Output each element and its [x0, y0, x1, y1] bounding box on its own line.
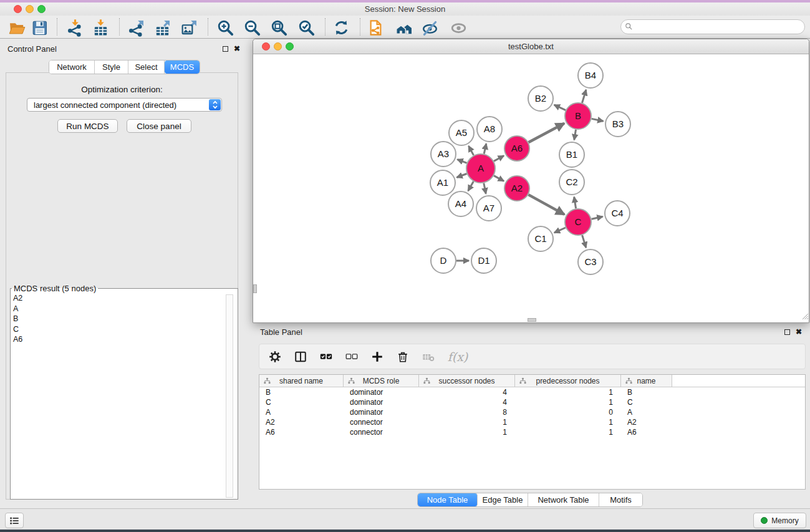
graph-node-B3[interactable]: B3 [605, 112, 630, 137]
graph-node-A8[interactable]: A8 [477, 117, 502, 142]
zoom-out-button[interactable] [241, 17, 263, 38]
table-row[interactable]: A6connector11A6 [259, 427, 805, 437]
tab-select[interactable]: Select [128, 60, 165, 74]
window-resize-grip[interactable] [801, 311, 808, 322]
column-header-predecessor-nodes[interactable]: predecessor nodes [515, 375, 621, 387]
graph-edge-B-B2[interactable] [554, 105, 566, 110]
graph-node-C4[interactable]: C4 [605, 201, 630, 226]
mcds-result-scrollbar[interactable] [226, 294, 233, 498]
graph-edge-A-A3[interactable] [457, 160, 466, 163]
graph-node-A3[interactable]: A3 [431, 142, 456, 167]
graph-edge-A-A1[interactable] [457, 174, 467, 178]
network-window-titlebar[interactable]: testGlobe.txt [253, 39, 809, 54]
mcds-result-item[interactable]: A2 [13, 293, 22, 304]
graph-edge-B-B1[interactable] [574, 130, 576, 140]
graph-edge-C-C1[interactable] [554, 228, 566, 233]
graph-edge-C-C2[interactable] [574, 197, 576, 209]
export-network-button[interactable] [125, 17, 147, 38]
select-all-button[interactable] [319, 349, 334, 364]
tab-node-table[interactable]: Node Table [418, 493, 478, 506]
tab-edge-table[interactable]: Edge Table [478, 493, 528, 506]
delete-rows-button[interactable] [395, 349, 410, 364]
network-vertical-scrollbar[interactable] [253, 284, 257, 293]
control-panel-float-icon[interactable] [223, 46, 228, 52]
delete-table-button[interactable] [421, 349, 436, 364]
zoom-in-button[interactable] [215, 17, 236, 38]
tab-motifs[interactable]: Motifs [599, 493, 642, 506]
graph-node-A[interactable]: A [466, 154, 495, 183]
table-row[interactable]: A2connector11A2 [259, 417, 805, 427]
mcds-result-item[interactable]: A6 [13, 334, 22, 345]
graph-node-B[interactable]: B [565, 103, 591, 129]
graph-edge-A2-C[interactable] [528, 195, 564, 215]
graph-node-A1[interactable]: A1 [430, 170, 455, 195]
graph-node-A5[interactable]: A5 [449, 120, 474, 145]
graph-node-C1[interactable]: C1 [528, 226, 553, 251]
column-header-successor-nodes[interactable]: successor nodes [419, 375, 515, 387]
function-builder-button[interactable]: f(x) [446, 349, 469, 364]
home-views-button[interactable] [393, 17, 415, 38]
tab-network-table[interactable]: Network Table [528, 493, 599, 506]
table-row[interactable]: Cdominator41C [259, 397, 805, 407]
graph-node-D1[interactable]: D1 [471, 248, 496, 273]
graph-edge-A-A4[interactable] [468, 181, 474, 191]
graph-node-B2[interactable]: B2 [528, 86, 553, 111]
graph-edge-C-C4[interactable] [592, 216, 603, 219]
network-canvas[interactable]: AA1A2A3A4A5A6A7A8BB1B2B3B4CC1C2C3C4DD1 [253, 55, 809, 322]
run-mcds-button[interactable]: Run MCDS [57, 119, 118, 133]
column-header-MCDS-role[interactable]: MCDS role [344, 375, 419, 387]
hide-details-button[interactable] [419, 17, 440, 38]
panel-columns-button[interactable] [293, 349, 308, 364]
mcds-result-item[interactable]: A [13, 304, 22, 314]
graph-edge-A6-B[interactable] [529, 123, 564, 143]
tab-style[interactable]: Style [95, 60, 128, 74]
table-panel-close-icon[interactable]: ✖ [796, 329, 802, 335]
import-table-button[interactable] [90, 17, 111, 38]
save-session-button[interactable] [29, 17, 50, 38]
add-row-button[interactable] [370, 349, 385, 364]
task-history-button[interactable] [5, 513, 24, 528]
column-header-shared-name[interactable]: shared name [259, 375, 344, 387]
graph-edge-A-A2[interactable] [494, 176, 504, 181]
graph-node-A2[interactable]: A2 [504, 176, 529, 201]
mcds-result-item[interactable]: B [13, 314, 22, 324]
graph-edge-A-A7[interactable] [484, 183, 486, 194]
search-input[interactable] [620, 19, 805, 34]
table-row[interactable]: Bdominator41B [259, 387, 805, 397]
graph-edge-A-A8[interactable] [484, 143, 486, 153]
network-horizontal-scrollbar[interactable] [528, 318, 536, 322]
show-details-button[interactable] [448, 17, 469, 38]
tab-mcds[interactable]: MCDS [165, 60, 200, 74]
export-table-button[interactable] [152, 17, 173, 38]
new-network-button[interactable] [365, 17, 386, 38]
graph-node-D[interactable]: D [431, 248, 456, 273]
graph-node-B1[interactable]: B1 [559, 142, 584, 167]
graph-node-A4[interactable]: A4 [448, 191, 473, 216]
graph-edge-B-B3[interactable] [592, 118, 604, 121]
memory-button[interactable]: Memory [753, 513, 806, 528]
import-network-button[interactable] [64, 17, 85, 38]
graph-node-B4[interactable]: B4 [578, 63, 603, 88]
graph-edge-A-A6[interactable] [494, 156, 504, 162]
graph-edge-C-C3[interactable] [582, 235, 586, 248]
graph-edge-A-A5[interactable] [469, 146, 474, 155]
graph-node-A7[interactable]: A7 [476, 196, 501, 221]
graph-node-C3[interactable]: C3 [578, 249, 603, 274]
tab-network[interactable]: Network [49, 60, 95, 74]
graph-node-A6[interactable]: A6 [504, 136, 529, 161]
table-panel-float-icon[interactable] [784, 329, 790, 335]
graph-node-C2[interactable]: C2 [559, 170, 584, 195]
criterion-dropdown[interactable]: largest connected component (directed) [27, 98, 222, 112]
table-settings-button[interactable] [268, 349, 282, 364]
open-session-button[interactable] [6, 17, 27, 38]
control-panel-close-icon[interactable]: ✖ [234, 46, 240, 52]
zoom-selected-button[interactable] [296, 17, 317, 38]
mcds-result-item[interactable]: C [13, 324, 22, 335]
refresh-button[interactable] [330, 17, 352, 38]
zoom-fit-button[interactable] [268, 17, 289, 38]
table-row[interactable]: Adominator80A [259, 407, 805, 417]
graph-node-C[interactable]: C [565, 209, 591, 235]
close-panel-button[interactable]: Close panel [127, 119, 191, 133]
export-image-button[interactable] [178, 17, 200, 38]
graph-edge-B-B4[interactable] [582, 90, 586, 103]
